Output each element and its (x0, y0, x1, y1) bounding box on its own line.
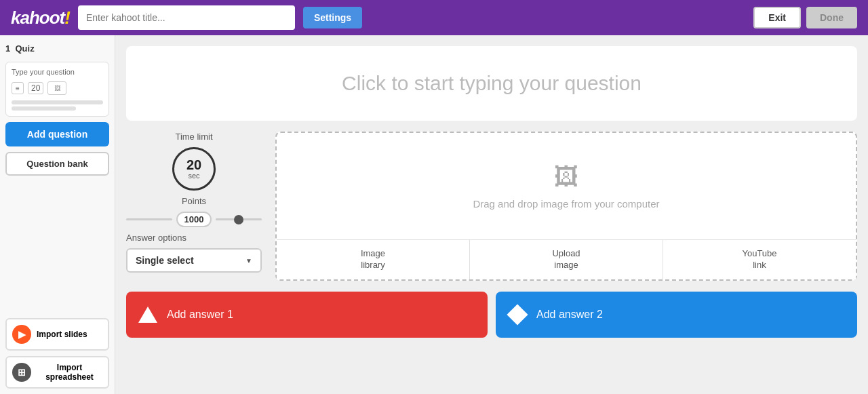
answer-bar-1 (12, 100, 103, 104)
points-label: Points (126, 196, 262, 206)
content-area: Click to start typing your question Time… (115, 35, 868, 394)
answer-card-1[interactable]: Add answer 1 (126, 292, 488, 338)
exit-button[interactable]: Exit (753, 7, 801, 28)
question-card-meta: ≡ 20 🖼 (12, 81, 103, 95)
answer-card-2[interactable]: Add answer 2 (496, 292, 857, 338)
points-slider-right (216, 218, 262, 220)
header: kahoot! Settings Exit Done (0, 0, 868, 35)
quiz-text: Quiz (15, 43, 34, 54)
done-button[interactable]: Done (806, 7, 857, 28)
slider-thumb[interactable] (234, 215, 243, 224)
logo-text: kahoot! (11, 7, 70, 28)
answer-bar-2 (12, 106, 76, 111)
time-unit: sec (188, 172, 199, 180)
controls-row: Time limit 20 sec Points 1000 Answer opt… (126, 132, 857, 281)
answer-2-text: Add answer 2 (536, 309, 603, 321)
question-placeholder: Click to start typing your question (342, 72, 642, 95)
triangle-icon (137, 304, 159, 326)
image-drop-area[interactable]: 🖼 Drag and drop image from your computer… (275, 132, 857, 281)
question-card-bars (12, 100, 103, 111)
answer-1-text: Add answer 1 (167, 309, 233, 321)
logo-exclaim: ! (64, 7, 70, 28)
answer-options-label: Answer options (126, 233, 262, 243)
points-badge: 1000 (176, 212, 212, 227)
image-library-button[interactable]: Imagelibrary (277, 240, 470, 279)
time-limit-label: Time limit (126, 132, 262, 142)
diamond-icon (507, 304, 528, 326)
import-slides-button[interactable]: ▶ Import slides (5, 318, 109, 351)
image-action-buttons: Imagelibrary Uploadimage YouTubelink (277, 239, 856, 279)
time-circle[interactable]: 20 sec (172, 147, 216, 191)
sidebar: 1 Quiz Type your question ≡ 20 🖼 Add que… (0, 35, 115, 394)
time-value: 20 (186, 158, 201, 172)
chevron-down-icon: ▼ (245, 257, 252, 264)
header-actions: Exit Done (753, 7, 857, 28)
import-spreadsheet-icon: ⊞ (12, 363, 31, 382)
kahoot-title-input[interactable] (78, 5, 295, 30)
answers-row: Add answer 1 Add answer 2 (126, 292, 857, 338)
sidebar-bottom: ▶ Import slides ⊞ Import spreadsheet (5, 318, 109, 389)
logo: kahoot! (11, 7, 70, 28)
question-image-thumb: 🖼 (47, 81, 66, 95)
youtube-link-button[interactable]: YouTubelink (663, 240, 856, 279)
select-value: Single select (136, 255, 194, 266)
quiz-number: 1 (5, 43, 10, 54)
import-spreadsheet-label: Import spreadsheet (37, 363, 102, 382)
image-drop-text: Drag and drop image from your computer (473, 198, 659, 210)
question-card[interactable]: Type your question ≡ 20 🖼 (5, 62, 109, 117)
question-box[interactable]: Click to start typing your question (126, 46, 857, 121)
question-bank-button[interactable]: Question bank (5, 152, 109, 176)
left-controls: Time limit 20 sec Points 1000 Answer opt… (126, 132, 262, 273)
settings-button[interactable]: Settings (303, 7, 362, 28)
import-spreadsheet-button[interactable]: ⊞ Import spreadsheet (5, 356, 109, 389)
question-type-icon: ≡ (12, 82, 24, 94)
main-layout: 1 Quiz Type your question ≡ 20 🖼 Add que… (0, 35, 868, 394)
question-card-title: Type your question (12, 68, 103, 76)
image-drop-inner: 🖼 Drag and drop image from your computer (459, 133, 673, 239)
image-placeholder-icon: 🖼 (554, 163, 578, 191)
import-slides-label: Import slides (37, 330, 87, 339)
add-question-button[interactable]: Add question (5, 122, 109, 146)
points-slider-left (126, 218, 172, 220)
answer-type-select[interactable]: Single select ▼ (126, 248, 262, 273)
quiz-label: 1 Quiz (5, 41, 109, 56)
upload-image-button[interactable]: Uploadimage (470, 240, 663, 279)
question-time: 20 (28, 82, 43, 94)
import-slides-icon: ▶ (12, 325, 31, 344)
points-slider-row: 1000 (126, 212, 262, 227)
